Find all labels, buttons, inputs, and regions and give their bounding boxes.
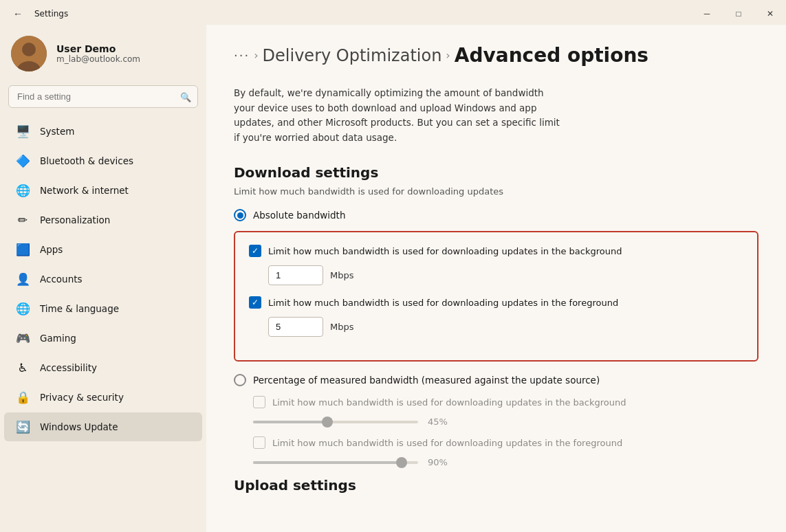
pct-bg-slider-thumb	[322, 417, 333, 428]
breadcrumb: ··· › Delivery Optimization › Advanced o…	[234, 44, 758, 67]
fg-checkbox[interactable]: ✓	[249, 296, 261, 309]
breadcrumb-dots: ···	[234, 48, 250, 63]
breadcrumb-parent: Delivery Optimization	[263, 46, 442, 65]
app-body: User Demo m_lab@outlook.com 🔍 🖥️ System …	[0, 25, 786, 532]
bg-mbps-label: Mbps	[330, 270, 354, 280]
download-settings-title: Download settings	[234, 164, 758, 181]
minimize-button[interactable]: ─	[691, 3, 723, 25]
pct-fg-slider-fill	[253, 461, 402, 464]
search-input[interactable]	[8, 85, 198, 108]
sidebar-item-accessibility[interactable]: ♿ Accessibility	[4, 353, 202, 382]
bg-mbps-input[interactable]	[268, 265, 323, 285]
sidebar-item-label: Privacy & security	[40, 392, 124, 403]
fg-input-row: Mbps	[268, 317, 743, 337]
pct-bg-value: 45%	[428, 417, 452, 427]
bluetooth-icon: 🔷	[15, 153, 30, 168]
sidebar-item-label: System	[40, 126, 74, 137]
fg-checkbox-label: Limit how much bandwidth is used for dow…	[268, 298, 618, 308]
sidebar-item-label: Personalization	[40, 214, 110, 225]
pct-bg-slider-track	[253, 421, 418, 423]
fg-mbps-input[interactable]	[268, 317, 323, 337]
pct-fg-checkbox	[253, 436, 265, 449]
maximize-button[interactable]: □	[723, 3, 754, 25]
svg-point-1	[22, 43, 36, 56]
time-icon: 🌐	[15, 301, 30, 316]
gaming-icon: 🎮	[15, 331, 30, 346]
sidebar-item-bluetooth[interactable]: 🔷 Bluetooth & devices	[4, 146, 202, 175]
pct-fg-slider-thumb	[396, 457, 407, 468]
titlebar-title: Settings	[34, 9, 68, 19]
pct-bg-label: Limit how much bandwidth is used for dow…	[272, 397, 626, 408]
apps-icon: 🟦	[15, 242, 30, 257]
sidebar-item-gaming[interactable]: 🎮 Gaming	[4, 324, 202, 353]
privacy-icon: 🔒	[15, 390, 30, 405]
sidebar-item-label: Windows Update	[40, 421, 118, 432]
sidebar-item-label: Apps	[40, 244, 63, 255]
sidebar: User Demo m_lab@outlook.com 🔍 🖥️ System …	[0, 25, 206, 532]
system-icon: 🖥️	[15, 124, 30, 139]
pct-fg-slider-track	[253, 461, 418, 464]
pct-bg-checkbox	[253, 396, 265, 408]
search-icon: 🔍	[180, 91, 191, 102]
breadcrumb-sep1: ›	[254, 49, 258, 62]
pct-bg-slider-fill	[253, 421, 327, 423]
user-email: m_lab@outlook.com	[56, 54, 140, 64]
personalization-icon: ✏️	[15, 212, 30, 228]
sidebar-item-personalization[interactable]: ✏️ Personalization	[4, 206, 202, 234]
user-profile: User Demo m_lab@outlook.com	[0, 25, 206, 85]
accounts-icon: 👤	[15, 271, 30, 287]
titlebar-controls: ─ □ ✕	[691, 3, 786, 25]
radio-percentage[interactable]: Percentage of measured bandwidth (measur…	[234, 374, 758, 386]
bg-checkbox[interactable]: ✓	[249, 245, 261, 257]
pct-fg-value: 90%	[428, 457, 452, 467]
main-content: ··· › Delivery Optimization › Advanced o…	[206, 25, 786, 532]
accessibility-icon: ♿	[15, 360, 30, 375]
titlebar-left: ← Settings	[8, 4, 68, 23]
radio-absolute-label: Absolute bandwidth	[253, 210, 345, 221]
bg-checkbox-label: Limit how much bandwidth is used for dow…	[268, 246, 622, 256]
sidebar-item-time[interactable]: 🌐 Time & language	[4, 294, 202, 323]
avatar	[11, 36, 47, 71]
percentage-section: Limit how much bandwidth is used for dow…	[234, 396, 758, 467]
user-info: User Demo m_lab@outlook.com	[56, 43, 140, 64]
network-icon: 🌐	[15, 183, 30, 198]
sidebar-item-apps[interactable]: 🟦 Apps	[4, 235, 202, 264]
close-button[interactable]: ✕	[754, 3, 786, 25]
pct-bg-slider-row: 45%	[253, 417, 758, 427]
bg-input-row: Mbps	[268, 265, 743, 285]
back-button[interactable]: ←	[8, 4, 28, 23]
radio-absolute-circle	[234, 209, 246, 221]
user-name: User Demo	[56, 43, 140, 54]
titlebar: ← Settings ─ □ ✕	[0, 0, 786, 25]
pct-fg-label: Limit how much bandwidth is used for dow…	[272, 438, 622, 448]
pct-fg-checkbox-row: Limit how much bandwidth is used for dow…	[253, 436, 758, 449]
sidebar-item-system[interactable]: 🖥️ System	[4, 117, 202, 146]
fg-mbps-label: Mbps	[330, 322, 354, 332]
sidebar-item-label: Bluetooth & devices	[40, 155, 133, 166]
download-settings-subtitle: Limit how much bandwidth is used for dow…	[234, 186, 758, 197]
sidebar-item-windows-update[interactable]: 🔄 Windows Update	[4, 412, 202, 441]
breadcrumb-sep2: ›	[446, 49, 450, 62]
search-box: 🔍	[8, 85, 198, 108]
fg-checkbox-row: ✓ Limit how much bandwidth is used for d…	[249, 296, 743, 309]
page-description: By default, we're dynamically optimizing…	[234, 86, 564, 145]
nav-list: 🖥️ System 🔷 Bluetooth & devices 🌐 Networ…	[0, 116, 206, 442]
breadcrumb-current: Advanced options	[455, 44, 648, 67]
windows-update-icon: 🔄	[15, 419, 30, 434]
bg-checkbox-row: ✓ Limit how much bandwidth is used for d…	[249, 245, 743, 257]
sidebar-item-label: Accessibility	[40, 362, 97, 373]
radio-percentage-circle	[234, 374, 246, 386]
sidebar-item-accounts[interactable]: 👤 Accounts	[4, 265, 202, 293]
radio-percentage-label: Percentage of measured bandwidth (measur…	[253, 375, 600, 386]
sidebar-item-label: Network & internet	[40, 185, 129, 196]
bandwidth-box: ✓ Limit how much bandwidth is used for d…	[234, 231, 758, 362]
sidebar-item-label: Gaming	[40, 333, 76, 344]
pct-fg-slider-row: 90%	[253, 457, 758, 467]
upload-settings-title: Upload settings	[234, 477, 758, 494]
sidebar-item-network[interactable]: 🌐 Network & internet	[4, 176, 202, 205]
sidebar-item-label: Time & language	[40, 303, 119, 314]
radio-absolute[interactable]: Absolute bandwidth	[234, 209, 758, 221]
pct-bg-checkbox-row: Limit how much bandwidth is used for dow…	[253, 396, 758, 408]
sidebar-item-privacy[interactable]: 🔒 Privacy & security	[4, 383, 202, 412]
sidebar-item-label: Accounts	[40, 274, 83, 285]
